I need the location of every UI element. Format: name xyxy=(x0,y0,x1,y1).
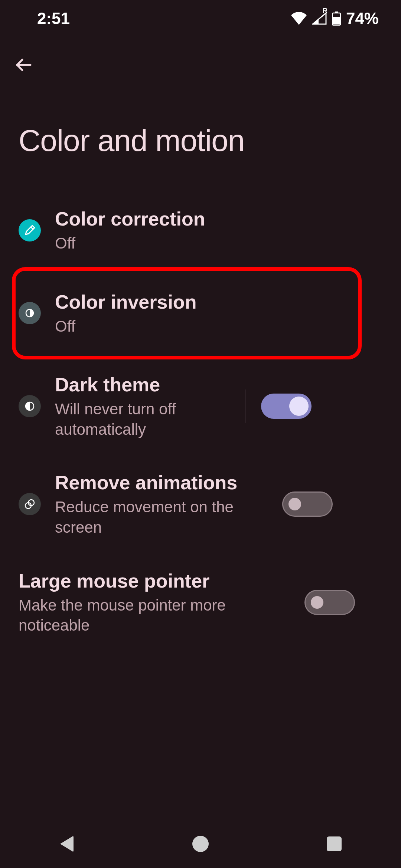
item-subtitle: Will never turn off automatically xyxy=(55,399,234,440)
settings-list: Color correction Off Color inversion Off… xyxy=(0,188,401,651)
item-large-mouse-pointer[interactable]: Large mouse pointer Make the mouse point… xyxy=(0,553,401,651)
animation-icon xyxy=(19,493,41,515)
triangle-back-icon xyxy=(60,836,74,852)
item-color-inversion[interactable]: Color inversion Off xyxy=(0,269,401,358)
vertical-separator xyxy=(245,389,245,423)
battery-icon xyxy=(332,11,341,26)
wifi-icon xyxy=(291,12,307,25)
roaming-indicator: R xyxy=(323,7,327,15)
battery-text: 74% xyxy=(346,9,379,28)
item-title: Color inversion xyxy=(55,290,382,314)
half-circle-icon xyxy=(19,302,41,324)
page-title: Color and motion xyxy=(0,79,401,188)
status-time: 2:51 xyxy=(37,9,70,28)
item-subtitle: Off xyxy=(55,233,382,254)
item-subtitle: Off xyxy=(55,316,382,337)
item-title: Large mouse pointer xyxy=(19,569,293,593)
large-mouse-pointer-switch-area xyxy=(293,590,355,615)
dark-theme-switch[interactable] xyxy=(261,394,312,419)
nav-home-button[interactable] xyxy=(167,825,234,862)
signal-icon: R xyxy=(312,12,327,25)
eyedropper-icon xyxy=(19,219,41,241)
app-bar xyxy=(0,37,401,79)
status-right: R 74% xyxy=(291,9,379,28)
arrow-back-icon xyxy=(14,55,33,76)
contrast-icon xyxy=(19,395,41,417)
navigation-bar xyxy=(0,820,401,868)
remove-animations-switch-area xyxy=(271,491,333,517)
circle-home-icon xyxy=(192,836,209,852)
item-title: Color correction xyxy=(55,207,382,231)
item-subtitle: Make the mouse pointer more noticeable xyxy=(19,595,293,636)
dark-theme-switch-area xyxy=(234,389,312,423)
nav-recents-button[interactable] xyxy=(301,825,368,862)
status-bar: 2:51 R 74% xyxy=(0,0,401,37)
item-subtitle: Reduce movement on the screen xyxy=(55,497,271,537)
square-recents-icon xyxy=(327,836,342,851)
large-mouse-pointer-switch[interactable] xyxy=(304,590,355,615)
item-remove-animations[interactable]: Remove animations Reduce movement on the… xyxy=(0,455,401,553)
back-button[interactable] xyxy=(10,52,37,79)
item-title: Dark theme xyxy=(55,373,234,397)
item-dark-theme[interactable]: Dark theme Will never turn off automatic… xyxy=(0,357,401,455)
remove-animations-switch[interactable] xyxy=(282,491,333,517)
item-title: Remove animations xyxy=(55,471,271,495)
item-color-correction[interactable]: Color correction Off xyxy=(0,191,401,269)
nav-back-button[interactable] xyxy=(33,825,100,862)
svg-rect-2 xyxy=(333,17,340,24)
